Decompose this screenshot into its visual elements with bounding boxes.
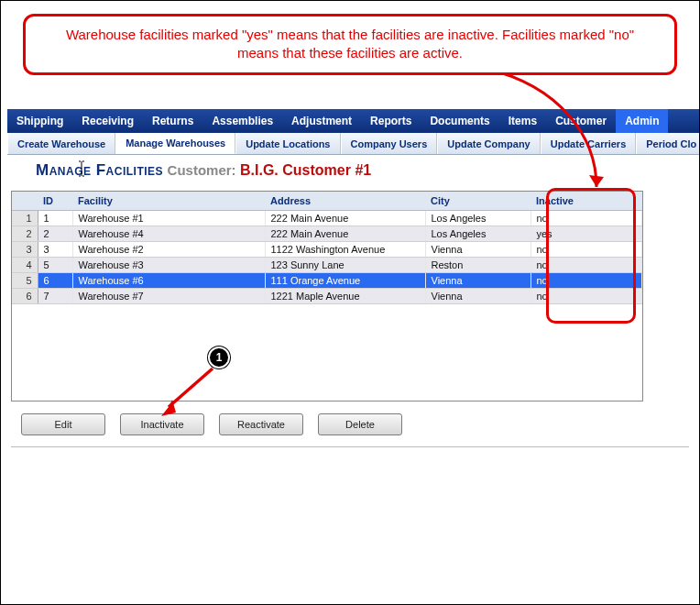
table-header-row: ID Facility Address City Inactive (12, 192, 642, 211)
cell-address: 1221 Maple Avenue (265, 289, 425, 304)
nav-secondary-manage-warehouses[interactable]: Manage Warehouses (115, 133, 235, 154)
table-row[interactable]: 67Warehouse #71221 Maple AvenueViennano (12, 289, 642, 304)
cell-rownum: 5 (12, 273, 38, 289)
cell-address: 111 Orange Avenue (265, 273, 425, 289)
nav-primary-assemblies[interactable]: Assemblies (202, 109, 282, 133)
table-row[interactable]: 45Warehouse #3123 Sunny LaneRestonno (12, 258, 642, 273)
cell-id: 5 (38, 258, 72, 273)
cell-city: Vienna (425, 242, 530, 258)
cell-city: Vienna (425, 289, 530, 304)
edit-button[interactable]: Edit (21, 413, 105, 435)
cell-rownum: 4 (12, 258, 38, 273)
nav-secondary-company-users[interactable]: Company Users (341, 133, 438, 154)
cell-inactive: yes (530, 226, 642, 242)
col-header-rownum[interactable] (12, 192, 38, 211)
reactivate-button[interactable]: Reactivate (219, 413, 303, 435)
cell-city: Vienna (425, 273, 530, 289)
cell-id: 3 (38, 242, 72, 258)
table-row[interactable]: 22Warehouse #4222 Main AvenueLos Angeles… (12, 226, 642, 242)
col-header-id[interactable]: ID (38, 192, 72, 211)
facilities-grid: ID Facility Address City Inactive 11Ware… (11, 191, 643, 402)
annotation-text: Warehouse facilities marked "yes" means … (66, 27, 634, 60)
step-marker-label: 1 (216, 351, 223, 364)
nav-secondary-create-warehouse[interactable]: Create Warehouse (7, 133, 115, 154)
page-title: Manage Facilities (36, 161, 163, 179)
table-row[interactable]: 11Warehouse #1222 Main AvenueLos Angeles… (12, 211, 642, 226)
table-row[interactable]: 33Warehouse #21122 Washington AvenueVien… (12, 242, 642, 258)
cell-address: 1122 Washington Avenue (265, 242, 425, 258)
cell-inactive: no (530, 242, 642, 258)
cell-inactive: no (530, 289, 642, 304)
cell-id: 1 (38, 211, 72, 226)
cell-facility: Warehouse #7 (72, 289, 265, 304)
table-row[interactable]: 56Warehouse #6111 Orange AvenueViennano (12, 273, 642, 289)
col-header-address[interactable]: Address (265, 192, 425, 211)
page-heading: Manage Facilities Customer: B.I.G. Custo… (36, 161, 371, 180)
cell-city: Los Angeles (425, 211, 530, 226)
cell-city: Los Angeles (425, 226, 530, 242)
cell-rownum: 2 (12, 226, 38, 242)
cell-rownum: 3 (12, 242, 38, 258)
cell-facility: Warehouse #2 (72, 242, 265, 258)
delete-button[interactable]: Delete (318, 413, 402, 435)
cell-facility: Warehouse #1 (72, 211, 265, 226)
inactivate-button[interactable]: Inactivate (120, 413, 204, 435)
cell-address: 123 Sunny Lane (265, 258, 425, 273)
nav-primary-adjustment[interactable]: Adjustment (282, 109, 361, 133)
col-header-city[interactable]: City (425, 192, 530, 211)
page-customer-name: B.I.G. Customer #1 (240, 162, 371, 178)
cell-inactive: no (530, 211, 642, 226)
action-buttons: Edit Inactivate Reactivate Delete (21, 413, 402, 435)
step-marker-1: 1 (208, 346, 230, 368)
cell-id: 2 (38, 226, 72, 242)
cell-id: 6 (38, 273, 72, 289)
cell-address: 222 Main Avenue (265, 211, 425, 226)
cell-facility: Warehouse #3 (72, 258, 265, 273)
nav-primary-receiving[interactable]: Receiving (72, 109, 143, 133)
cell-inactive: no (530, 273, 642, 289)
cell-id: 7 (38, 289, 72, 304)
nav-primary-returns[interactable]: Returns (143, 109, 202, 133)
cell-rownum: 6 (12, 289, 38, 304)
annotation-callout: Warehouse facilities marked "yes" means … (23, 14, 677, 75)
callout-pointer-icon (459, 63, 642, 192)
col-header-inactive[interactable]: Inactive (530, 192, 642, 211)
cell-address: 222 Main Avenue (265, 226, 425, 242)
col-header-facility[interactable]: Facility (72, 192, 265, 211)
page-sub-label: Customer: (168, 162, 236, 178)
nav-primary-reports[interactable]: Reports (361, 109, 421, 133)
cell-inactive: no (530, 258, 642, 273)
divider (11, 446, 689, 447)
cell-facility: Warehouse #4 (72, 226, 265, 242)
cell-rownum: 1 (12, 211, 38, 226)
nav-secondary-period-clo[interactable]: Period Clo (636, 133, 699, 154)
nav-primary-shipping[interactable]: Shipping (7, 109, 72, 133)
cell-facility: Warehouse #6 (72, 273, 265, 289)
cell-city: Reston (425, 258, 530, 273)
nav-secondary-update-locations[interactable]: Update Locations (235, 133, 340, 154)
